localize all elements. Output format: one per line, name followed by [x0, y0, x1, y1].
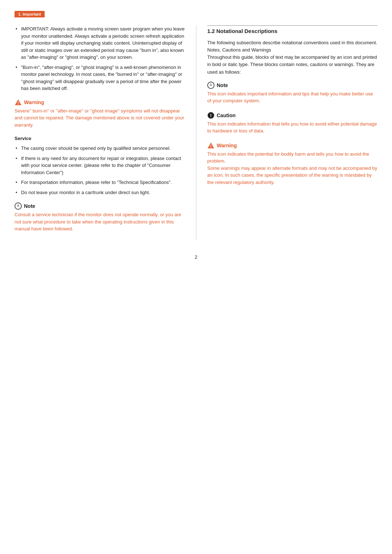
warning-icon-right: !: [207, 142, 215, 149]
left-column: IMPORTANT: Always activate a moving scre…: [15, 25, 196, 240]
note-icon-1: [15, 202, 22, 210]
list-item: IMPORTANT: Always activate a moving scre…: [15, 25, 185, 61]
service-heading: Service: [15, 136, 185, 141]
note-body-1: Consult a service technician if the moni…: [15, 211, 185, 233]
note-block-1: Note Consult a service technician if the…: [15, 202, 185, 233]
note-header-right: Note: [207, 82, 377, 89]
note-block-right: Note This icon indicates important infor…: [207, 82, 377, 104]
warning-block-1: ! Warning Severe'' burn-in'' or ''after-…: [15, 99, 185, 129]
note-label-1: Note: [24, 203, 35, 209]
note-label-right: Note: [217, 82, 228, 88]
warning-header-right: ! Warning: [207, 142, 377, 149]
note-header-1: Note: [15, 202, 185, 210]
caution-icon-right: !: [207, 112, 215, 119]
right-intro-text: The following subsections describe notat…: [207, 39, 377, 76]
bullet-list-1: IMPORTANT: Always activate a moving scre…: [15, 25, 185, 92]
service-bullet-list: The casing cover should be opened only b…: [15, 145, 185, 196]
caution-block-right: ! Caution This icon indicates informatio…: [207, 112, 377, 135]
list-item: The casing cover should be opened only b…: [15, 145, 185, 152]
caution-label-right: Caution: [217, 112, 236, 118]
list-item: Do not leave your monitor in a car/trunk…: [15, 189, 185, 196]
right-column: 1.2 Notational Descriptions The followin…: [196, 25, 377, 240]
warning-label-right: Warning: [217, 143, 237, 148]
caution-header-right: ! Caution: [207, 112, 377, 119]
warning-header-1: ! Warning: [15, 99, 185, 106]
note-icon-right: [207, 82, 215, 89]
list-item: If there is any need for any document fo…: [15, 155, 185, 176]
warning-body-1: Severe'' burn-in'' or ''after-image'' or…: [15, 107, 185, 129]
tab-important[interactable]: 1. Important: [15, 11, 45, 17]
tab-bar: 1. Important: [15, 11, 377, 17]
list-item: "Burn-in", "after-imaging", or "ghost im…: [15, 64, 185, 92]
svg-text:!: !: [210, 144, 212, 148]
page-number: 2: [15, 254, 377, 260]
svg-text:!: !: [210, 113, 212, 118]
warning-icon-1: !: [15, 99, 22, 106]
section-title-right: 1.2 Notational Descriptions: [207, 25, 377, 34]
caution-body-right: This icon indicates information that tel…: [207, 120, 377, 135]
svg-text:!: !: [17, 101, 19, 105]
list-item: For transportation information, please r…: [15, 179, 185, 186]
note-body-right: This icon indicates important informatio…: [207, 90, 377, 104]
warning-block-right: ! Warning This icon indicates the potent…: [207, 142, 377, 186]
warning-label-1: Warning: [24, 99, 44, 105]
warning-body-right: This icon indicates the potential for bo…: [207, 151, 377, 186]
